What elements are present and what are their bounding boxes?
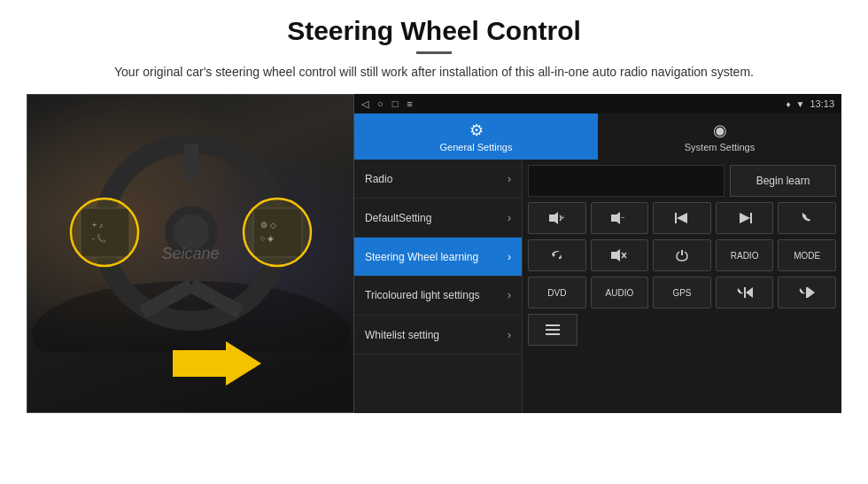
- chevron-icon-default: ›: [508, 212, 511, 224]
- time-display: 13:13: [810, 98, 834, 109]
- tab-system-settings[interactable]: ◉ System Settings: [598, 113, 841, 160]
- status-bar: ◁ ○ □ ≡ ♦ ▼ 13:13: [354, 94, 841, 113]
- svg-marker-30: [808, 287, 815, 298]
- svg-marker-24: [611, 249, 620, 262]
- svg-text:−: −: [621, 214, 625, 222]
- home-nav-icon[interactable]: ○: [377, 98, 384, 110]
- mode-label: MODE: [794, 251, 820, 261]
- page-title: Steering Wheel Control: [287, 16, 581, 46]
- tricoloured-row: Tricoloured light settings ›: [365, 289, 511, 303]
- phone-button[interactable]: [778, 202, 836, 234]
- call-back-icon: [551, 250, 563, 261]
- mute-icon: [611, 249, 627, 262]
- vol-down-button[interactable]: −: [591, 202, 649, 234]
- chevron-icon-steering: ›: [508, 251, 511, 263]
- system-settings-icon: ◉: [713, 121, 727, 140]
- back-nav-icon[interactable]: ◁: [361, 98, 368, 110]
- svg-rect-33: [546, 333, 560, 335]
- svg-rect-20: [675, 213, 677, 223]
- menu-whitelist-label: Whitelist setting: [365, 329, 439, 341]
- svg-rect-29: [806, 287, 808, 298]
- tab-row: ⚙ General Settings ◉ System Settings: [354, 113, 841, 160]
- control-row-5: [528, 314, 836, 346]
- radio-row: Begin learn: [528, 165, 836, 197]
- control-row-3: RADIO MODE: [528, 239, 836, 271]
- menu-item-radio[interactable]: Radio ›: [354, 160, 522, 199]
- radio-empty-display: [528, 165, 725, 197]
- direction-arrow: [173, 337, 261, 390]
- svg-marker-18: [611, 212, 620, 224]
- dvd-label: DVD: [547, 288, 566, 298]
- menu-nav-icon[interactable]: ≡: [407, 98, 412, 110]
- watermark: Seicane: [161, 245, 219, 263]
- svg-marker-15: [173, 341, 261, 386]
- svg-marker-23: [740, 213, 750, 223]
- general-settings-icon: ⚙: [469, 121, 484, 140]
- menu-tricoloured-label: Tricoloured light settings: [365, 289, 480, 303]
- menu-item-steering-wheel[interactable]: Steering Wheel learning ›: [354, 238, 522, 277]
- svg-rect-32: [546, 329, 560, 331]
- tab-general-settings-label: General Settings: [440, 142, 513, 152]
- svg-rect-31: [546, 324, 560, 326]
- phone-next-icon: [798, 287, 816, 298]
- title-divider: [416, 51, 452, 54]
- vol-up-button[interactable]: +: [528, 202, 586, 234]
- menu-item-whitelist[interactable]: Whitelist setting ›: [354, 316, 522, 355]
- steering-wheel-image: + ♪ - 📞 ⚙ ◇ ○ ◈: [27, 104, 354, 352]
- recents-nav-icon[interactable]: □: [392, 98, 399, 110]
- menu-item-tricoloured[interactable]: Tricoloured light settings ›: [354, 277, 522, 316]
- gps-button[interactable]: GPS: [653, 277, 711, 308]
- skip-forward-icon: [738, 213, 752, 223]
- audio-button[interactable]: AUDIO: [591, 277, 649, 308]
- dvd-button[interactable]: DVD: [528, 277, 586, 308]
- begin-learn-button[interactable]: Begin learn: [730, 165, 836, 197]
- control-row-2: + −: [528, 202, 836, 234]
- svg-text:+: +: [561, 214, 565, 222]
- tab-general-settings[interactable]: ⚙ General Settings: [354, 113, 598, 160]
- tab-system-settings-label: System Settings: [685, 142, 755, 152]
- chevron-icon-radio: ›: [508, 173, 511, 185]
- status-bar-left: ◁ ○ □ ≡: [361, 98, 413, 110]
- control-row-4: DVD AUDIO GPS: [528, 277, 836, 308]
- svg-marker-28: [746, 287, 753, 298]
- page-subtitle: Your original car's steering wheel contr…: [114, 63, 754, 82]
- list-button[interactable]: [528, 314, 577, 346]
- menu-steering-label: Steering Wheel learning: [365, 251, 478, 263]
- svg-point-14: [244, 199, 311, 266]
- chevron-icon-tricoloured: ›: [508, 289, 511, 303]
- svg-marker-21: [677, 213, 687, 223]
- power-button[interactable]: [653, 239, 711, 271]
- svg-rect-27: [744, 287, 746, 298]
- status-bar-right: ♦ ▼ 13:13: [786, 98, 834, 109]
- vol-up-icon: +: [549, 212, 565, 224]
- svg-rect-22: [750, 213, 752, 223]
- main-content: Radio › DefaultSetting › Steering Wheel …: [354, 160, 841, 413]
- phone-icon: [801, 212, 813, 224]
- mute-button[interactable]: [591, 239, 649, 271]
- vol-down-icon: −: [611, 212, 627, 224]
- chevron-icon-whitelist: ›: [508, 329, 511, 341]
- skip-back-icon: [675, 213, 689, 223]
- android-panel: ◁ ○ □ ≡ ♦ ▼ 13:13 ⚙ General Settings: [354, 94, 841, 413]
- car-image-panel: + ♪ - 📞 ⚙ ◇ ○ ◈ Seicane: [27, 94, 354, 413]
- signal-icon: ▼: [796, 99, 805, 109]
- svg-point-13: [71, 199, 138, 266]
- power-icon: [676, 249, 688, 262]
- call-back-button[interactable]: [528, 239, 586, 271]
- radio-label: RADIO: [731, 251, 759, 261]
- audio-label: AUDIO: [606, 288, 634, 298]
- mode-button[interactable]: MODE: [778, 239, 836, 271]
- radio-mode-button[interactable]: RADIO: [716, 239, 774, 271]
- phone-prev-icon: [736, 287, 754, 298]
- location-icon: ♦: [786, 99, 790, 109]
- skip-forward-button[interactable]: [716, 202, 774, 234]
- menu-defaultsetting-label: DefaultSetting: [365, 212, 431, 224]
- phone-prev-button[interactable]: [716, 277, 774, 308]
- menu-radio-label: Radio: [365, 173, 392, 185]
- content-row: + ♪ - 📞 ⚙ ◇ ○ ◈ Seicane: [27, 94, 841, 413]
- skip-back-button[interactable]: [653, 202, 711, 234]
- phone-next-button[interactable]: [778, 277, 836, 308]
- gps-label: GPS: [672, 288, 691, 298]
- menu-item-defaultsetting[interactable]: DefaultSetting ›: [354, 199, 522, 238]
- content-panel: Begin learn + −: [523, 160, 841, 413]
